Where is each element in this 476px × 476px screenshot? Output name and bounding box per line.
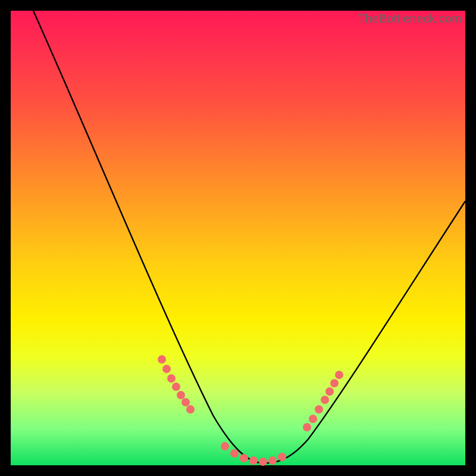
svg-point-5 [181, 398, 190, 406]
svg-point-12 [268, 456, 277, 465]
svg-point-14 [303, 423, 311, 431]
svg-point-11 [259, 458, 267, 466]
svg-point-15 [309, 415, 317, 423]
svg-point-13 [278, 453, 286, 461]
svg-point-7 [221, 442, 229, 450]
svg-point-20 [335, 371, 343, 379]
svg-point-16 [315, 405, 323, 414]
svg-point-3 [172, 383, 180, 391]
svg-point-4 [177, 391, 185, 399]
svg-point-1 [162, 365, 171, 373]
svg-point-17 [321, 396, 329, 404]
chart-frame: TheBottleneck.com [11, 11, 465, 465]
marker-cluster-right [303, 371, 343, 431]
svg-point-9 [240, 454, 248, 462]
svg-point-6 [186, 405, 195, 414]
svg-point-8 [230, 449, 239, 458]
svg-point-0 [158, 355, 166, 364]
chart-svg [11, 11, 465, 465]
svg-point-2 [167, 374, 176, 383]
bottleneck-curve [23, 0, 465, 463]
svg-point-19 [330, 379, 339, 387]
svg-point-18 [325, 387, 334, 396]
svg-point-10 [249, 456, 258, 465]
